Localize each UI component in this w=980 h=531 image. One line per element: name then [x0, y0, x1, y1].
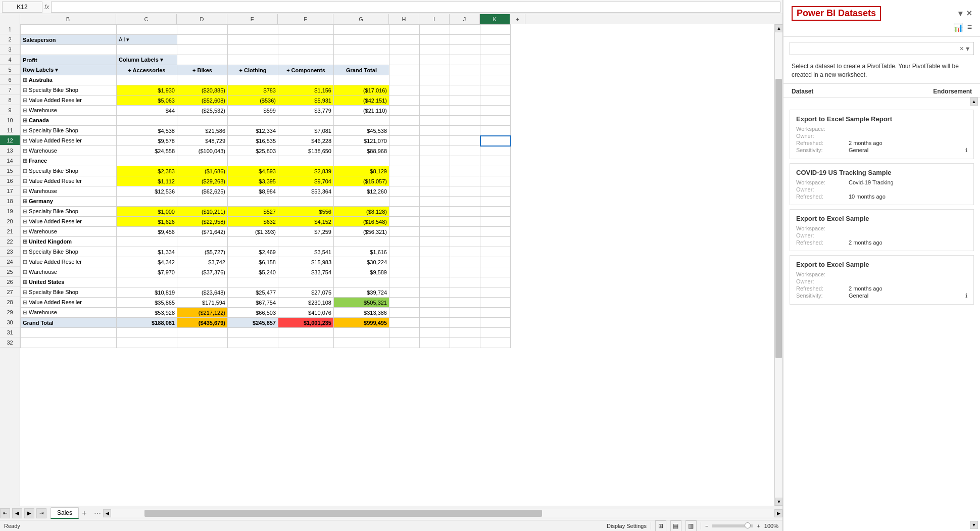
normal-view-btn[interactable]: ⊞	[655, 520, 666, 532]
table-row: ⊞ Warehouse $7,970 ($37,376) $5,240 $33,…	[21, 267, 511, 277]
row-num-29: 29	[0, 307, 20, 317]
h-scroll-left-btn[interactable]: ◀	[103, 509, 111, 517]
search-dropdown-btn[interactable]: ▾	[966, 44, 969, 53]
formula-input[interactable]	[51, 2, 780, 13]
page-layout-btn[interactable]: ▤	[670, 520, 681, 532]
col-header-i[interactable]: I	[419, 14, 450, 24]
table-row: ⊞ Value Added Reseller $1,626 ($22,958) …	[21, 217, 511, 227]
row-num-9: 9	[0, 105, 20, 115]
panel-title: Power BI Datasets ▾ ×	[792, 6, 972, 21]
dots-menu[interactable]: ⋯	[94, 509, 101, 517]
scroll-thumb[interactable]	[775, 79, 782, 358]
row-num-24: 24	[0, 257, 20, 267]
row-num-11: 11	[0, 125, 20, 135]
scroll-track[interactable]	[775, 32, 782, 498]
tab-nav-left-left[interactable]: ⇤	[0, 508, 10, 518]
zoom-out-btn[interactable]: −	[705, 523, 708, 529]
table-row	[21, 25, 511, 35]
col-header-g[interactable]: G	[333, 14, 389, 24]
tab-nav-left[interactable]: ◀	[12, 508, 22, 518]
power-bi-panel: Power BI Datasets ▾ × 📊 ≡ × ▾	[783, 0, 980, 531]
vertical-scrollbar[interactable]: ▲ ▼	[774, 24, 782, 506]
col-header-d[interactable]: D	[177, 14, 227, 24]
panel-header: Power BI Datasets ▾ × 📊 ≡	[783, 0, 980, 37]
search-clear-btn[interactable]: ×	[960, 44, 964, 53]
row-num-4: 4	[0, 55, 20, 65]
panel-close-icon[interactable]: ×	[966, 8, 972, 19]
col-header-j[interactable]: J	[450, 14, 480, 24]
info-icon-4[interactable]: ℹ	[965, 293, 967, 299]
col-header-extra: +	[510, 14, 525, 24]
zoom-in-btn[interactable]: +	[757, 523, 760, 529]
h-scroll-track[interactable]	[111, 509, 774, 517]
table-row: ⊞ Specialty Bike Shop $4,538 $21,586 $12…	[21, 126, 511, 136]
row-num-2: 2	[0, 34, 20, 44]
dataset-item-1[interactable]: Export to Excel Sample Report Workspace:…	[790, 110, 974, 159]
scroll-up-btn[interactable]: ▲	[775, 24, 782, 32]
table-row: ⊞ United States	[21, 277, 511, 287]
dataset-meta-2: Workspace: Covid-19 Tracking Owner: Refr…	[796, 179, 967, 200]
sheet-tab-sales[interactable]: Sales	[51, 507, 79, 519]
row-num-21: 21	[0, 226, 20, 236]
separator-2	[701, 522, 701, 529]
panel-dropdown-icon[interactable]: ▾	[958, 9, 962, 18]
dataset-item-3[interactable]: Export to Excel Sample Workspace: Owner:…	[790, 209, 974, 251]
col-header-f[interactable]: F	[278, 14, 333, 24]
dataset-name-1: Export to Excel Sample Report	[796, 115, 967, 123]
panel-scroll-down-btn[interactable]: ▼	[970, 521, 978, 529]
search-input[interactable]	[794, 45, 960, 52]
grid-scroll[interactable]: Salesperson All ▾	[20, 24, 774, 506]
h-scroll-thumb[interactable]	[144, 510, 543, 517]
row-num-22: 22	[0, 236, 20, 247]
col-header-c[interactable]: C	[116, 14, 177, 24]
column-headers: B C D E F G H I J K +	[0, 14, 782, 24]
separator-1	[651, 522, 651, 529]
table-row: ⊞ Warehouse $44 ($25,532) $599 $3,779 ($…	[21, 106, 511, 116]
row-num-32: 32	[0, 337, 20, 348]
row-numbers: 1 2 3 4 5 6 7 8 9 10 11 12 13 14 15 16 1	[0, 24, 20, 506]
status-right: Display Settings ⊞ ▤ ▥ − + 100%	[607, 520, 778, 532]
row-num-10: 10	[0, 115, 20, 125]
table-row: ⊞ Value Added Reseller $5,063 ($52,608) …	[21, 95, 511, 106]
row-num-23: 23	[0, 247, 20, 257]
row-num-14: 14	[0, 156, 20, 166]
col-header-b[interactable]: B	[20, 14, 116, 24]
zoom-thumb[interactable]	[745, 522, 751, 528]
add-sheet-button[interactable]: +	[79, 508, 90, 519]
zoom-slider[interactable]	[712, 524, 753, 527]
col-header-e[interactable]: E	[227, 14, 278, 24]
col-header-h[interactable]: H	[389, 14, 419, 24]
table-row: ⊞ France	[21, 156, 511, 166]
panel-scroll-up-btn[interactable]: ▲	[970, 98, 978, 106]
tab-nav-right-right[interactable]: ⇥	[36, 508, 46, 518]
table-row: Grand Total $188,081 ($435,679) $245,857…	[21, 318, 511, 328]
page-break-btn[interactable]: ▥	[685, 520, 697, 532]
table-row: ⊞ Specialty Bike Shop $2,383 ($1,686) $4…	[21, 166, 511, 176]
name-box[interactable]: K12	[2, 2, 42, 13]
dataset-meta-3: Workspace: Owner: Refreshed: 2 months ag…	[796, 225, 967, 246]
col-endorsement-label: Endorsement	[933, 88, 972, 95]
tab-nav-right[interactable]: ▶	[24, 508, 34, 518]
selected-cell[interactable]	[480, 136, 511, 146]
table-icon[interactable]: ≡	[967, 23, 972, 32]
row-num-28: 28	[0, 297, 20, 307]
scroll-down-btn[interactable]: ▼	[775, 498, 782, 506]
panel-scroll-bottom: ▼	[783, 519, 980, 531]
table-row: ⊞ Value Added Reseller $1,112 ($29,268) …	[21, 176, 511, 186]
h-scroll-right-btn[interactable]: ▶	[774, 509, 782, 517]
dataset-name-4: Export to Excel Sample	[796, 261, 967, 268]
row-num-3: 3	[0, 44, 20, 55]
row-header-spacer	[0, 14, 20, 24]
dataset-item-4[interactable]: Export to Excel Sample Workspace: Owner:…	[790, 255, 974, 305]
row-num-7: 7	[0, 85, 20, 95]
status-bar: Ready Display Settings ⊞ ▤ ▥ − + 100%	[0, 520, 782, 531]
col-header-k[interactable]: K	[480, 14, 510, 24]
table-row: ⊞ Specialty Bike Shop $10,819 ($23,648) …	[21, 287, 511, 298]
chart-icon[interactable]: 📊	[953, 23, 963, 32]
dataset-item-2[interactable]: COVID-19 US Tracking Sample Workspace: C…	[790, 163, 974, 205]
row-num-1: 1	[0, 24, 20, 34]
dataset-name-3: Export to Excel Sample	[796, 215, 967, 222]
table-row: ⊞ Warehouse $9,456 ($71,642) ($1,393) $7…	[21, 227, 511, 237]
info-icon-1[interactable]: ℹ	[965, 147, 967, 154]
display-settings-link[interactable]: Display Settings	[607, 523, 647, 529]
